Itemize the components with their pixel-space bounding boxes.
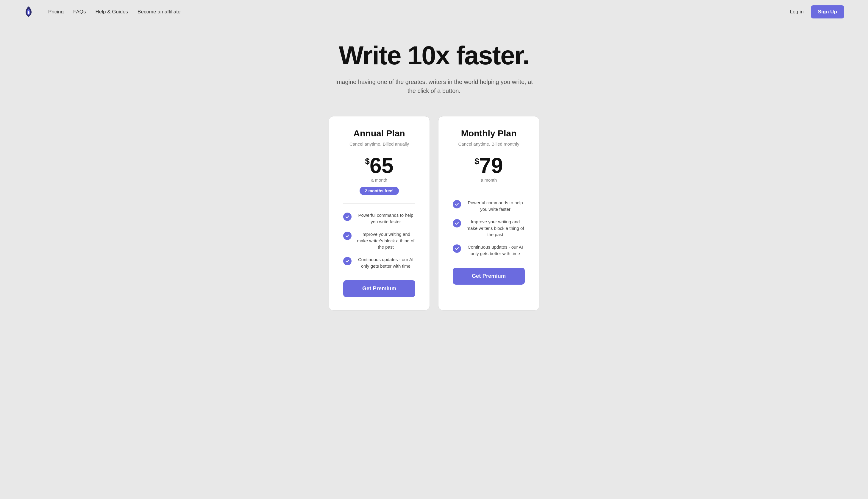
nav-item-pricing[interactable]: Pricing (48, 9, 64, 15)
monthly-plan-billing: Cancel anytime. Billed monthly (453, 142, 525, 146)
checkmark-svg (345, 215, 349, 219)
logo-icon (24, 6, 33, 18)
annual-feature-2: Improve your writing and make writer's b… (343, 231, 415, 251)
monthly-feature-text-3: Continuous updates - our AI only gets be… (466, 244, 525, 257)
checkmark-svg (455, 221, 459, 226)
monthly-currency-symbol: $ (474, 157, 479, 166)
checkmark-svg (345, 259, 349, 263)
nav-link-affiliate[interactable]: Become an affiliate (137, 9, 181, 15)
nav-item-affiliate[interactable]: Become an affiliate (137, 9, 181, 15)
sign-up-button[interactable]: Sign Up (811, 5, 844, 19)
check-icon-m1 (453, 200, 461, 208)
monthly-per-month: a month (453, 178, 525, 183)
annual-price-row: $65 (343, 155, 415, 176)
checkmark-svg (455, 202, 459, 206)
annual-plan-header: Annual Plan Cancel anytime. Billed anual… (343, 128, 415, 195)
monthly-feature-3: Continuous updates - our AI only gets be… (453, 244, 525, 257)
monthly-price-amount: 79 (479, 154, 503, 178)
annual-divider (343, 203, 415, 204)
pricing-section: Annual Plan Cancel anytime. Billed anual… (0, 110, 868, 334)
monthly-divider (453, 191, 525, 191)
check-icon-m2 (453, 219, 461, 228)
checkmark-svg (455, 246, 459, 251)
annual-plan-name: Annual Plan (343, 128, 415, 138)
annual-feature-text-3: Continuous updates - our AI only gets be… (356, 256, 415, 269)
check-icon-3 (343, 257, 351, 265)
nav-link-pricing[interactable]: Pricing (48, 9, 64, 15)
annual-price-amount: 65 (370, 154, 394, 178)
annual-feature-1: Powerful commands to help you write fast… (343, 212, 415, 225)
nav-right: Log in Sign Up (790, 5, 844, 19)
nav-left: Pricing FAQs Help & Guides Become an aff… (24, 6, 181, 18)
logo[interactable] (24, 6, 33, 18)
monthly-plan-header: Monthly Plan Cancel anytime. Billed mont… (453, 128, 525, 183)
annual-feature-list: Powerful commands to help you write fast… (343, 212, 415, 269)
checkmark-svg (345, 234, 349, 238)
annual-per-month: a month (343, 178, 415, 183)
annual-feature-text-2: Improve your writing and make writer's b… (356, 231, 415, 251)
monthly-feature-list: Powerful commands to help you write fast… (453, 199, 525, 257)
check-icon-1 (343, 212, 351, 221)
navbar: Pricing FAQs Help & Guides Become an aff… (0, 0, 868, 24)
monthly-feature-text-1: Powerful commands to help you write fast… (466, 199, 525, 212)
nav-item-faqs[interactable]: FAQs (73, 9, 86, 15)
monthly-plan-name: Monthly Plan (453, 128, 525, 138)
nav-link-faqs[interactable]: FAQs (73, 9, 86, 15)
annual-plan-card: Annual Plan Cancel anytime. Billed anual… (328, 116, 430, 310)
monthly-get-premium-button[interactable]: Get Premium (453, 268, 525, 285)
annual-currency-symbol: $ (365, 157, 370, 166)
annual-get-premium-button[interactable]: Get Premium (343, 280, 415, 297)
log-in-button[interactable]: Log in (790, 9, 803, 15)
annual-free-badge: 2 months free! (360, 187, 399, 195)
hero-section: Write 10x faster. Imagine having one of … (0, 24, 868, 110)
nav-link-help[interactable]: Help & Guides (95, 9, 128, 15)
monthly-price-row: $79 (453, 155, 525, 176)
annual-feature-3: Continuous updates - our AI only gets be… (343, 256, 415, 269)
annual-plan-billing: Cancel anytime. Billed anually (343, 142, 415, 146)
monthly-feature-text-2: Improve your writing and make writer's b… (466, 219, 525, 238)
check-icon-2 (343, 232, 351, 240)
hero-headline: Write 10x faster. (6, 42, 862, 69)
monthly-feature-1: Powerful commands to help you write fast… (453, 199, 525, 212)
nav-links: Pricing FAQs Help & Guides Become an aff… (48, 9, 181, 15)
check-icon-m3 (453, 244, 461, 253)
monthly-feature-2: Improve your writing and make writer's b… (453, 219, 525, 238)
annual-feature-text-1: Powerful commands to help you write fast… (356, 212, 415, 225)
hero-subheadline: Imagine having one of the greatest write… (333, 77, 535, 95)
nav-item-help[interactable]: Help & Guides (95, 9, 128, 15)
monthly-plan-card: Monthly Plan Cancel anytime. Billed mont… (438, 116, 540, 310)
